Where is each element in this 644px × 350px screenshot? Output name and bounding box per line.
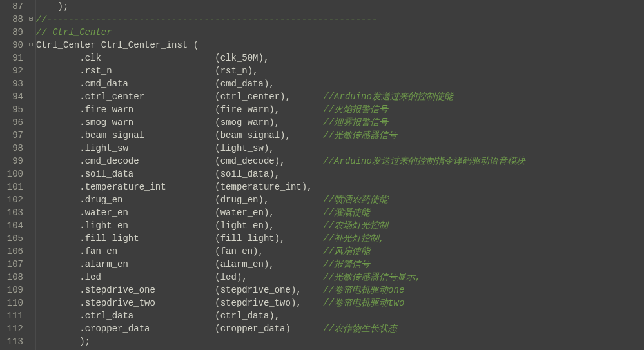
- token-port: rst_n: [85, 66, 112, 76]
- token-sig: fire_warn: [220, 104, 269, 115]
- token-port: beam_signal: [85, 130, 144, 141]
- line-number: 107: [0, 258, 26, 271]
- token-punct: .: [36, 208, 85, 218]
- code-line[interactable]: .ctrl_center (ctrl_center), //Arduino发送过…: [36, 90, 644, 103]
- line-number: 101: [0, 180, 26, 193]
- token-sig: soil_data: [220, 169, 269, 179]
- code-line[interactable]: .soil_data (soil_data),: [36, 168, 644, 180]
- code-line[interactable]: .ctrl_data (ctrl_data),: [36, 309, 644, 322]
- fold-marker: [26, 309, 35, 322]
- code-line[interactable]: //--------------------------------------…: [36, 13, 644, 26]
- fold-marker[interactable]: ⊟: [26, 13, 35, 26]
- fold-marker: [26, 129, 35, 142]
- code-line[interactable]: Ctrl_Center Ctrl_Center_inst (: [36, 39, 644, 52]
- token-punct: (: [166, 182, 220, 192]
- token-punct: ),: [302, 182, 313, 192]
- token-punct: (: [128, 220, 220, 231]
- fold-marker: [26, 219, 35, 232]
- token-punct: ),: [264, 259, 323, 269]
- token-punct: (: [139, 233, 220, 244]
- token-sig: beam_signal: [220, 130, 280, 141]
- token-punct: .: [36, 130, 85, 141]
- fold-marker: [26, 64, 35, 77]
- token-punct: (: [155, 285, 220, 295]
- code-line[interactable]: // Ctrl_Center: [36, 26, 644, 39]
- token-punct: .: [36, 195, 85, 205]
- code-line[interactable]: );: [36, 0, 644, 13]
- token-sig: cropper_data: [220, 324, 286, 334]
- token-punct: (: [155, 298, 220, 308]
- code-line[interactable]: .beam_signal (beam_signal), //光敏传感器信号: [36, 129, 644, 142]
- code-line[interactable]: .fan_en (fan_en), //风扇使能: [36, 245, 644, 258]
- token-port: stepdrive_two: [85, 298, 155, 308]
- code-line[interactable]: .stepdrive_one (stepdrive_one), //卷帘电机驱动…: [36, 284, 644, 297]
- code-line[interactable]: .stepdrive_two (stepdrive_two), //卷帘电机驱动…: [36, 297, 644, 309]
- token-port: light_sw: [85, 143, 128, 153]
- token-sig: temperature_int: [220, 182, 302, 192]
- code-line[interactable]: .smog_warn (smog_warn), //烟雾报警信号: [36, 116, 644, 129]
- token-port: alarm_en: [85, 259, 128, 269]
- fold-marker: [26, 193, 35, 206]
- code-line[interactable]: .led (led), //光敏传感器信号显示,: [36, 271, 644, 284]
- token-punct: .: [36, 220, 85, 231]
- code-line[interactable]: .rst_n (rst_n),: [36, 64, 644, 77]
- code-line[interactable]: .cropper_data (cropper_data) //农作物生长状态: [36, 322, 644, 335]
- token-punct: ),: [291, 285, 323, 295]
- token-sig: ctrl_center: [220, 92, 280, 102]
- token-punct: .: [36, 92, 85, 102]
- token-punct: .: [36, 324, 85, 334]
- token-sig: led: [220, 272, 237, 282]
- code-line[interactable]: .fire_warn (fire_warn), //火焰报警信号: [36, 103, 644, 116]
- token-punct: );: [36, 336, 90, 347]
- code-line[interactable]: .cmd_data (cmd_data),: [36, 77, 644, 90]
- fold-marker: [26, 206, 35, 219]
- token-punct: (: [144, 130, 220, 141]
- token-sig: cmd_data: [220, 79, 264, 89]
- token-punct: .: [36, 169, 85, 179]
- token-cmt: //报警信号: [323, 259, 370, 269]
- fold-marker: [26, 52, 35, 64]
- token-port: cmd_data: [85, 79, 128, 89]
- token-cmt: //Arduino发送过来的控制使能: [323, 92, 453, 102]
- token-sig: stepdrive_two: [220, 298, 291, 308]
- fold-marker: [26, 180, 35, 193]
- line-number: 109: [0, 284, 26, 297]
- token-cmt: //风扇使能: [323, 246, 370, 257]
- fold-marker: [26, 271, 35, 284]
- code-line[interactable]: .temperature_int (temperature_int),: [36, 180, 644, 193]
- token-punct: (: [128, 79, 220, 89]
- fold-marker: [26, 297, 35, 309]
- token-punct: (: [139, 156, 220, 166]
- token-port: smog_warn: [85, 117, 134, 128]
- token-punct: ),: [269, 117, 323, 128]
- token-punct: (: [117, 246, 220, 257]
- code-line[interactable]: .drug_en (drug_en), //喷洒农药使能: [36, 193, 644, 206]
- token-punct: (: [150, 324, 220, 334]
- line-number: 108: [0, 271, 26, 284]
- fold-marker: [26, 284, 35, 297]
- code-line[interactable]: .cmd_decode (cmd_decode), //Arduino发送过来的…: [36, 155, 644, 168]
- fold-marker[interactable]: ⊟: [26, 39, 35, 52]
- line-number: 102: [0, 193, 26, 206]
- code-line[interactable]: );: [36, 335, 644, 348]
- fold-marker: [26, 335, 35, 348]
- token-punct: ),: [280, 92, 323, 102]
- code-line[interactable]: .alarm_en (alarm_en), //报警信号: [36, 258, 644, 271]
- code-line[interactable]: .light_sw (light_sw),: [36, 142, 644, 155]
- token-sig: light_en: [220, 220, 264, 231]
- token-punct: .: [36, 156, 85, 166]
- line-number: 97: [0, 129, 26, 142]
- code-line[interactable]: .water_en (water_en), //灌溉使能: [36, 206, 644, 219]
- token-punct: (: [133, 117, 220, 128]
- line-number: 92: [0, 64, 26, 77]
- token-port: ctrl_center: [85, 92, 144, 102]
- code-line[interactable]: .fill_light (fill_light), //补光灯控制,: [36, 232, 644, 245]
- code-line[interactable]: .light_en (light_en), //农场灯光控制: [36, 219, 644, 232]
- code-line[interactable]: .clk (clk_50M),: [36, 52, 644, 64]
- line-number: 99: [0, 155, 26, 168]
- token-cmt: //--------------------------------------…: [36, 14, 377, 24]
- code-area[interactable]: );//------------------------------------…: [36, 0, 644, 350]
- token-punct: .: [36, 79, 85, 89]
- token-punct: (: [133, 311, 220, 321]
- line-number: 91: [0, 52, 26, 64]
